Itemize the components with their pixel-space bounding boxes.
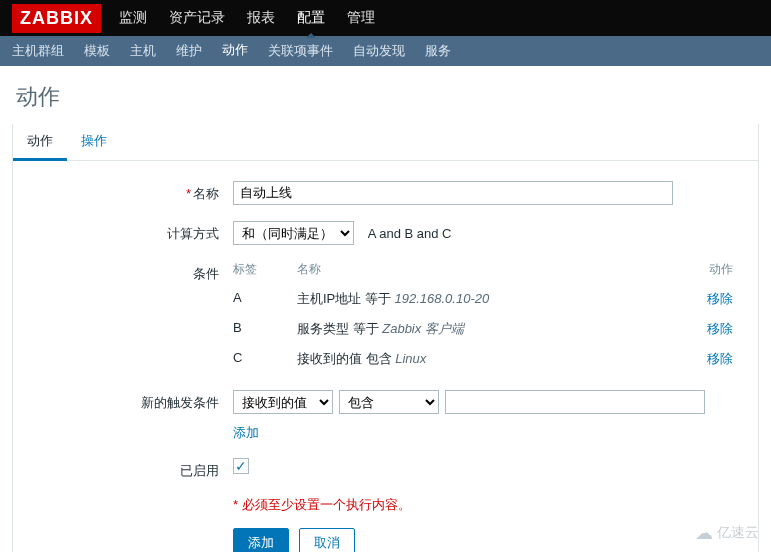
cond-tag: A <box>233 290 297 308</box>
add-condition-link[interactable]: 添加 <box>233 425 259 440</box>
watermark: ☁ 亿速云 <box>695 522 759 544</box>
row-name: *名称 <box>33 181 738 205</box>
nav-inventory[interactable]: 资产记录 <box>169 9 225 27</box>
name-label: 名称 <box>193 186 219 201</box>
remove-link[interactable]: 移除 <box>707 351 733 366</box>
tabs-container: 动作 操作 *名称 计算方式 和（同时满足） A and B and C 条件 … <box>12 124 759 552</box>
calc-label: 计算方式 <box>33 221 233 243</box>
submit-button[interactable]: 添加 <box>233 528 289 552</box>
enabled-checkbox[interactable]: ✓ <box>233 458 249 474</box>
cond-value: Linux <box>395 351 426 366</box>
remove-link[interactable]: 移除 <box>707 291 733 306</box>
nav-monitor[interactable]: 监测 <box>119 9 147 27</box>
name-input[interactable] <box>233 181 673 205</box>
col-header-tag: 标签 <box>233 261 297 278</box>
nav-config[interactable]: 配置 <box>297 9 325 27</box>
cond-text: 接收到的值 包含 <box>297 351 395 366</box>
nav-reports[interactable]: 报表 <box>247 9 275 27</box>
page-title: 动作 <box>0 66 771 124</box>
trigger-type-select[interactable]: 接收到的值 <box>233 390 333 414</box>
warning-text: 必须至少设置一个执行内容。 <box>233 496 738 514</box>
subnav-correlation[interactable]: 关联项事件 <box>268 35 333 67</box>
trigger-op-select[interactable]: 包含 <box>339 390 439 414</box>
row-conditions: 条件 标签 名称 动作 A 主机IP地址 等于 192.168.0.10-20 … <box>33 261 738 374</box>
sub-nav: 主机群组 模板 主机 维护 动作 关联项事件 自动发现 服务 <box>0 36 771 66</box>
condition-row: A 主机IP地址 等于 192.168.0.10-20 移除 <box>233 284 733 314</box>
form-area: *名称 计算方式 和（同时满足） A and B and C 条件 标签 名称 … <box>13 161 758 552</box>
conditions-table: 标签 名称 动作 A 主机IP地址 等于 192.168.0.10-20 移除 … <box>233 261 733 374</box>
cond-tag: B <box>233 320 297 338</box>
subnav-services[interactable]: 服务 <box>425 35 451 67</box>
tab-action[interactable]: 动作 <box>13 124 67 161</box>
trigger-label: 新的触发条件 <box>33 390 233 412</box>
formula-text: A and B and C <box>368 226 452 241</box>
calc-select[interactable]: 和（同时满足） <box>233 221 354 245</box>
subnav-actions[interactable]: 动作 <box>222 34 248 68</box>
condition-row: C 接收到的值 包含 Linux 移除 <box>233 344 733 374</box>
watermark-text: 亿速云 <box>717 524 759 542</box>
tabs: 动作 操作 <box>13 124 758 161</box>
trigger-value-input[interactable] <box>445 390 705 414</box>
col-header-action: 动作 <box>693 261 733 278</box>
cond-label: 条件 <box>33 261 233 283</box>
col-header-name: 名称 <box>297 261 693 278</box>
cond-value: 192.168.0.10-20 <box>395 291 490 306</box>
row-trigger: 新的触发条件 接收到的值 包含 添加 <box>33 390 738 442</box>
remove-link[interactable]: 移除 <box>707 321 733 336</box>
subnav-discovery[interactable]: 自动发现 <box>353 35 405 67</box>
row-enabled: 已启用 ✓ <box>33 458 738 480</box>
nav-admin[interactable]: 管理 <box>347 9 375 27</box>
tab-operation[interactable]: 操作 <box>67 124 121 160</box>
row-calc: 计算方式 和（同时满足） A and B and C <box>33 221 738 245</box>
top-nav: ZABBIX 监测 资产记录 报表 配置 管理 <box>0 0 771 36</box>
cancel-button[interactable]: 取消 <box>299 528 355 552</box>
condition-row: B 服务类型 等于 Zabbix 客户端 移除 <box>233 314 733 344</box>
logo[interactable]: ZABBIX <box>12 4 101 33</box>
subnav-hosts[interactable]: 主机 <box>130 35 156 67</box>
subnav-templates[interactable]: 模板 <box>84 35 110 67</box>
enabled-label: 已启用 <box>33 458 233 480</box>
cond-text: 主机IP地址 等于 <box>297 291 395 306</box>
subnav-maintenance[interactable]: 维护 <box>176 35 202 67</box>
row-actions: 必须至少设置一个执行内容。 添加 取消 <box>33 496 738 552</box>
cond-tag: C <box>233 350 297 368</box>
cond-text: 服务类型 等于 <box>297 321 382 336</box>
subnav-hostgroups[interactable]: 主机群组 <box>12 35 64 67</box>
cloud-icon: ☁ <box>695 522 713 544</box>
cond-value: Zabbix 客户端 <box>382 321 464 336</box>
